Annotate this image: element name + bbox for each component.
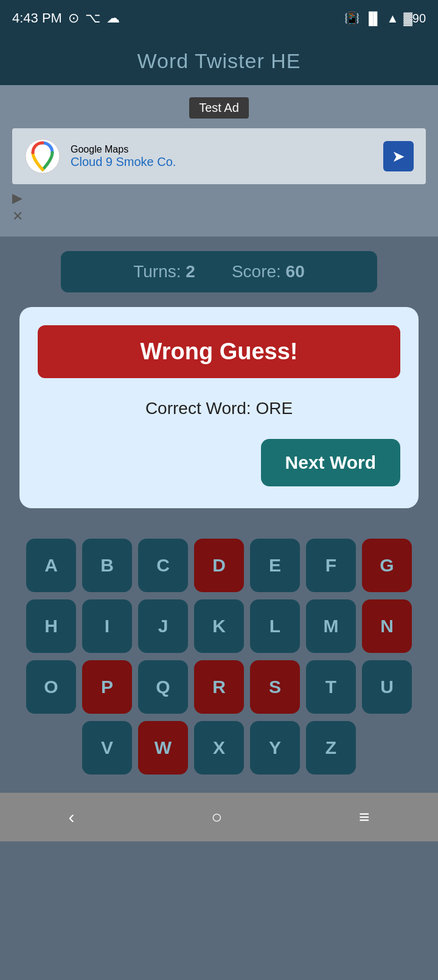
key-u[interactable]: U [362, 660, 412, 714]
next-word-row: Next Word [38, 439, 400, 486]
correct-word-display: Correct Word: ORE [38, 393, 400, 424]
key-y[interactable]: Y [250, 721, 300, 775]
result-modal: Wrong Guess! Correct Word: ORE Next Word [19, 307, 419, 508]
key-t[interactable]: T [306, 660, 356, 714]
key-s[interactable]: S [250, 660, 300, 714]
cloud-icon: ☁ [106, 10, 120, 26]
key-q[interactable]: Q [138, 660, 188, 714]
wrong-guess-banner: Wrong Guess! [38, 325, 400, 378]
wrong-guess-label: Wrong Guess! [141, 339, 298, 364]
key-i[interactable]: I [82, 599, 132, 653]
key-p[interactable]: P [82, 660, 132, 714]
key-f[interactable]: F [306, 539, 356, 592]
ad-text: Google Maps Cloud 9 Smoke Co. [71, 144, 176, 169]
key-k[interactable]: K [194, 599, 244, 653]
ad-content[interactable]: Google Maps Cloud 9 Smoke Co. ➤ [12, 128, 426, 184]
key-j[interactable]: J [138, 599, 188, 653]
keyboard-row: ABCDEFG [10, 539, 428, 592]
key-g[interactable]: G [362, 539, 412, 592]
ad-play-icon[interactable]: ▶ [12, 190, 426, 206]
back-button[interactable]: ‹ [68, 807, 74, 827]
key-o[interactable]: O [26, 660, 76, 714]
google-maps-logo [24, 138, 61, 174]
home-button[interactable]: ○ [211, 807, 222, 827]
time-display: 4:43 PM [12, 10, 62, 26]
key-m[interactable]: M [306, 599, 356, 653]
ad-arrow-icon[interactable]: ➤ [383, 141, 414, 171]
key-l[interactable]: L [250, 599, 300, 653]
status-left: 4:43 PM ⊙ ⌥ ☁ [12, 10, 120, 26]
next-word-button[interactable]: Next Word [261, 439, 400, 486]
score-bar: Turns: 2 Score: 60 [61, 251, 377, 292]
battery-icon: ▓90 [403, 12, 426, 26]
navigation-bar: ‹ ○ ≡ [0, 793, 438, 841]
key-b[interactable]: B [82, 539, 132, 592]
key-z[interactable]: Z [306, 721, 356, 775]
key-a[interactable]: A [26, 539, 76, 592]
keyboard-row: HIJKLMN [10, 599, 428, 653]
key-n[interactable]: N [362, 599, 412, 653]
status-bar: 4:43 PM ⊙ ⌥ ☁ 📳 ▐▌ ▲ ▓90 [0, 0, 438, 36]
key-h[interactable]: H [26, 599, 76, 653]
usb-icon: ⌥ [85, 10, 100, 26]
ad-close-icon[interactable]: ✕ [12, 209, 426, 224]
key-r[interactable]: R [194, 660, 244, 714]
vibrate-icon: 📳 [344, 11, 360, 26]
signal-icon: ▐▌ [364, 12, 381, 26]
key-x[interactable]: X [194, 721, 244, 775]
ad-left: Google Maps Cloud 9 Smoke Co. [24, 138, 176, 174]
key-c[interactable]: C [138, 539, 188, 592]
key-d[interactable]: D [194, 539, 244, 592]
ad-subtitle: Cloud 9 Smoke Co. [71, 155, 176, 169]
ad-label: Test Ad [189, 97, 249, 119]
key-v[interactable]: V [82, 721, 132, 775]
app-title: Word Twister HE [137, 49, 301, 73]
status-right: 📳 ▐▌ ▲ ▓90 [344, 11, 426, 26]
menu-button[interactable]: ≡ [359, 807, 370, 827]
keyboard-row: VWXYZ [10, 721, 428, 775]
keyboard-area: ABCDEFGHIJKLMNOPQRSTUVWXYZ [0, 526, 438, 781]
app-header: Word Twister HE [0, 36, 438, 85]
turns-display: Turns: 2 [133, 262, 195, 281]
whatsapp-icon: ⊙ [68, 10, 79, 26]
ad-controls: ▶ ✕ [12, 190, 426, 224]
ad-banner: Test Ad Google Maps Cloud 9 Smoke Co. ➤ … [0, 85, 438, 236]
svg-point-1 [38, 148, 47, 157]
key-w[interactable]: W [138, 721, 188, 775]
keyboard-row: OPQRSTU [10, 660, 428, 714]
score-display: Score: 60 [232, 262, 305, 281]
wifi-icon: ▲ [386, 12, 398, 26]
key-e[interactable]: E [250, 539, 300, 592]
ad-company-name: Google Maps [71, 144, 176, 155]
